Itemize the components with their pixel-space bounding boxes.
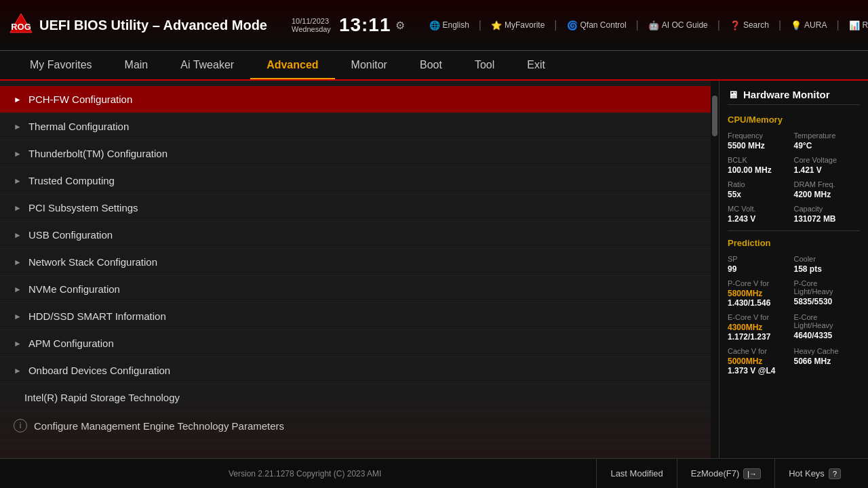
- menu-item-trusted[interactable]: ►Trusted Computing: [0, 167, 711, 195]
- version-text: Version 2.21.1278 Copyright (C) 2023 AMI: [14, 469, 596, 479]
- nav-icon-search: ❓: [730, 20, 741, 30]
- time-row: 13:11 ⚙: [339, 14, 405, 36]
- nav-icon-language: 🌐: [429, 20, 440, 30]
- hw-temperature: Temperature 49°C: [794, 131, 861, 150]
- last-modified-label: Last Modified: [610, 468, 663, 479]
- hw-divider: [728, 230, 860, 231]
- nav-item-aioc[interactable]: 🤖AI OC Guide: [643, 18, 713, 33]
- hw-mcvolt-capacity-row: MC Volt. 1.243 V Capacity 131072 MB: [728, 205, 860, 224]
- hw-dram-freq: DRAM Freq. 4200 MHz: [794, 180, 861, 199]
- arrow-icon: ►: [14, 95, 22, 104]
- hw-heavy-cache: Heavy Cache 5066 MHz: [794, 347, 861, 375]
- hw-ratio-dramfreq-row: Ratio 55x DRAM Freq. 4200 MHz: [728, 180, 860, 199]
- menu-item-thermal[interactable]: ►Thermal Configuration: [0, 113, 711, 140]
- tab-ai-tweaker[interactable]: Ai Tweaker: [164, 52, 250, 78]
- menu-label-hdd: HDD/SSD SMART Information: [28, 310, 166, 322]
- hw-ecore-row: E-Core V for 4300MHz 1.172/1.237 E-CoreL…: [728, 313, 860, 342]
- hw-sp: SP 99: [728, 255, 794, 274]
- nav-separator: |: [717, 19, 720, 31]
- menu-item-nvme[interactable]: ►NVMe Configuration: [0, 276, 711, 303]
- cpu-memory-section-title: CPU/Memory: [728, 115, 860, 125]
- tab-advanced[interactable]: Advanced: [250, 52, 334, 78]
- arrow-icon: ►: [14, 122, 22, 131]
- menu-label-usb: USB Configuration: [28, 229, 113, 241]
- menu-item-pch-fw[interactable]: ►PCH-FW Configuration: [0, 86, 711, 113]
- arrow-icon: ►: [14, 176, 22, 186]
- menu-item-intel-rst[interactable]: Intel(R) Rapid Storage Technology: [0, 384, 711, 411]
- menu-item-usb[interactable]: ►USB Configuration: [0, 222, 711, 249]
- tab-exit[interactable]: Exit: [511, 52, 561, 78]
- menu-label-thermal: Thermal Configuration: [28, 121, 129, 132]
- time-display: 13:11: [339, 14, 391, 36]
- nav-separator: |: [554, 19, 557, 31]
- menu-item-thunderbolt[interactable]: ►Thunderbolt(TM) Configuration: [0, 140, 711, 167]
- hw-capacity: Capacity 131072 MB: [794, 205, 861, 224]
- nav-label-myfavorite: MyFavorite: [505, 20, 545, 30]
- hw-panel-title: 🖥 Hardware Monitor: [728, 89, 860, 105]
- hw-sp-cooler-row: SP 99 Cooler 158 pts: [728, 255, 860, 274]
- nav-icon-myfavorite: ⭐: [491, 20, 502, 30]
- nav-item-aura[interactable]: 💡AURA: [785, 18, 832, 33]
- menu-item-pci[interactable]: ►PCI Subsystem Settings: [0, 195, 711, 222]
- hotkeys-action[interactable]: Hot Keys ?: [774, 459, 854, 489]
- arrow-icon: ►: [14, 149, 22, 159]
- tab-bar: My FavoritesMainAi TweakerAdvancedMonito…: [0, 51, 868, 81]
- nav-item-myfavorite[interactable]: ⭐MyFavorite: [486, 18, 550, 33]
- nav-label-resizebar: ReSize BAR: [863, 20, 868, 30]
- hw-mc-volt: MC Volt. 1.243 V: [728, 205, 794, 224]
- hw-cooler: Cooler 158 pts: [794, 255, 861, 274]
- arrow-icon: ►: [14, 230, 22, 240]
- hardware-monitor-panel: 🖥 Hardware Monitor CPU/Memory Frequency …: [719, 81, 868, 458]
- header: ROG UEFI BIOS Utility – Advanced Mode 10…: [0, 0, 868, 51]
- tab-my-favorites[interactable]: My Favorites: [14, 52, 108, 78]
- hw-ratio: Ratio 55x: [728, 180, 794, 199]
- nav-separator: |: [836, 19, 839, 31]
- menu-item-onboard[interactable]: ►Onboard Devices Configuration: [0, 357, 711, 384]
- nav-item-language[interactable]: 🌐English: [424, 18, 475, 33]
- datetime-display: 10/11/2023 Wednesday: [292, 17, 331, 33]
- info-icon: i: [14, 419, 27, 432]
- last-modified-action[interactable]: Last Modified: [596, 459, 676, 489]
- ezmode-label: EzMode(F7): [691, 468, 740, 479]
- nav-item-resizebar[interactable]: 📊ReSize BAR: [844, 18, 868, 33]
- tab-main[interactable]: Main: [108, 52, 165, 78]
- menu-label-pci: PCI Subsystem Settings: [28, 202, 138, 214]
- nav-label-qfan: Qfan Control: [580, 20, 627, 30]
- rog-logo-icon: ROG: [8, 12, 34, 38]
- hw-cache-v-for: Cache V for 5000MHz 1.373 V @L4: [728, 347, 794, 375]
- arrow-icon: ►: [14, 366, 22, 375]
- tab-tool[interactable]: Tool: [458, 52, 511, 78]
- arrow-icon: ►: [14, 312, 22, 321]
- nav-label-search: Search: [743, 20, 769, 30]
- hw-pcore-row: P-Core V for 5800MHz 1.430/1.546 P-CoreL…: [728, 279, 860, 308]
- menu-item-apm[interactable]: ►APM Configuration: [0, 330, 711, 357]
- scrollbar[interactable]: [711, 81, 719, 458]
- menu-label-pch-fw: PCH-FW Configuration: [28, 94, 132, 105]
- scrollbar-thumb[interactable]: [712, 96, 717, 136]
- tab-monitor[interactable]: Monitor: [335, 52, 403, 78]
- arrow-icon: ►: [14, 285, 22, 294]
- menu-label-intel-rst: Intel(R) Rapid Storage Technology: [24, 392, 180, 403]
- nav-item-qfan[interactable]: 🌀Qfan Control: [561, 18, 632, 33]
- settings-icon[interactable]: ⚙: [395, 19, 405, 32]
- nav-separator: |: [778, 19, 781, 31]
- footer: Version 2.21.1278 Copyright (C) 2023 AMI…: [0, 458, 868, 488]
- arrow-icon: ►: [14, 339, 22, 348]
- menu-item-hdd[interactable]: ►HDD/SSD SMART Information: [0, 303, 711, 330]
- menu-item-configure-me[interactable]: iConfigure Management Engine Technology …: [0, 411, 711, 441]
- main-content: ►PCH-FW Configuration►Thermal Configurat…: [0, 81, 868, 458]
- logo-area: ROG UEFI BIOS Utility – Advanced Mode: [8, 12, 281, 38]
- tab-boot[interactable]: Boot: [403, 52, 458, 78]
- ezmode-key-badge: |→: [743, 468, 761, 479]
- menu-item-network[interactable]: ►Network Stack Configuration: [0, 249, 711, 276]
- hw-freq-temp-row: Frequency 5500 MHz Temperature 49°C: [728, 131, 860, 150]
- hw-ecore-v-for: E-Core V for 4300MHz 1.172/1.237: [728, 313, 794, 342]
- nav-item-search[interactable]: ❓Search: [724, 18, 774, 33]
- menu-label-network: Network Stack Configuration: [28, 256, 157, 268]
- ezmode-action[interactable]: EzMode(F7) |→: [677, 459, 774, 489]
- menu-label-thunderbolt: Thunderbolt(TM) Configuration: [28, 148, 167, 159]
- svg-text:ROG: ROG: [11, 22, 31, 32]
- prediction-section-title: Prediction: [728, 238, 860, 248]
- nav-label-aioc: AI OC Guide: [662, 20, 708, 30]
- nav-label-language: English: [443, 20, 469, 30]
